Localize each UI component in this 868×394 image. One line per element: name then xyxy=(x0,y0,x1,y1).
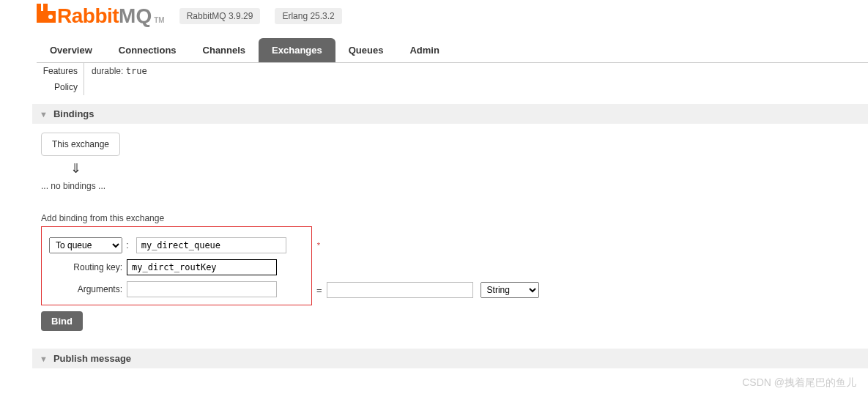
routing-key-label: Routing key: xyxy=(46,262,127,272)
argument-value-input[interactable] xyxy=(327,282,473,298)
bindings-title: Bindings xyxy=(53,108,94,119)
arrow-down-icon: ⇓ xyxy=(41,160,111,176)
colon: : xyxy=(126,240,128,250)
policy-row: Policy xyxy=(37,79,868,95)
svg-point-3 xyxy=(48,15,53,19)
routing-key-input[interactable] xyxy=(127,259,277,275)
add-binding-title: Add binding from this exchange xyxy=(41,213,864,223)
tab-channels[interactable]: Channels xyxy=(190,38,259,62)
equals-sign: = xyxy=(316,285,322,296)
erlang-badge: Erlang 25.3.2 xyxy=(275,8,341,24)
svg-rect-2 xyxy=(37,11,56,23)
tab-admin[interactable]: Admin xyxy=(396,38,452,62)
rabbitmq-icon xyxy=(37,4,56,28)
header: RabbitMQ TM RabbitMQ 3.9.29 Erlang 25.3.… xyxy=(37,0,868,28)
main-tabs: Overview Connections Channels Exchanges … xyxy=(37,38,868,63)
tab-exchanges[interactable]: Exchanges xyxy=(259,38,335,62)
chevron-down-icon: ▼ xyxy=(40,354,48,363)
argument-type-select[interactable]: String xyxy=(481,282,539,298)
features-label: Features xyxy=(37,63,84,79)
add-binding-form: To queue : * Routing key: Arguments: xyxy=(41,226,312,305)
tab-overview[interactable]: Overview xyxy=(37,38,105,62)
watermark-text: CSDN @拽着尾巴的鱼儿 xyxy=(742,376,856,390)
durable-label: durable: xyxy=(92,66,123,76)
this-exchange-box: This exchange xyxy=(41,133,120,156)
version-badge: RabbitMQ 3.9.29 xyxy=(179,8,261,24)
no-bindings-text: ... no bindings ... xyxy=(41,181,864,191)
arguments-label: Arguments: xyxy=(46,284,127,294)
bindings-section-header[interactable]: ▼ Bindings xyxy=(32,104,868,124)
logo-tm: TM xyxy=(154,16,164,24)
publish-section-header[interactable]: ▼ Publish message xyxy=(32,349,868,368)
chevron-down-icon: ▼ xyxy=(40,110,48,119)
destination-input[interactable] xyxy=(136,237,286,253)
argument-key-input[interactable] xyxy=(127,281,277,297)
durable-value: true xyxy=(126,66,147,76)
tab-connections[interactable]: Connections xyxy=(105,38,190,62)
features-row: Features durable: true xyxy=(37,63,868,79)
policy-label: Policy xyxy=(37,79,84,95)
bind-button[interactable]: Bind xyxy=(41,311,83,331)
required-asterisk: * xyxy=(317,241,320,250)
tab-queues[interactable]: Queues xyxy=(335,38,397,62)
publish-title: Publish message xyxy=(53,353,131,364)
to-queue-select[interactable]: To queue xyxy=(49,237,122,253)
logo[interactable]: RabbitMQ TM xyxy=(37,4,165,28)
logo-text-rabbit: Rabbit xyxy=(57,4,119,28)
logo-text-mq: MQ xyxy=(119,4,152,28)
